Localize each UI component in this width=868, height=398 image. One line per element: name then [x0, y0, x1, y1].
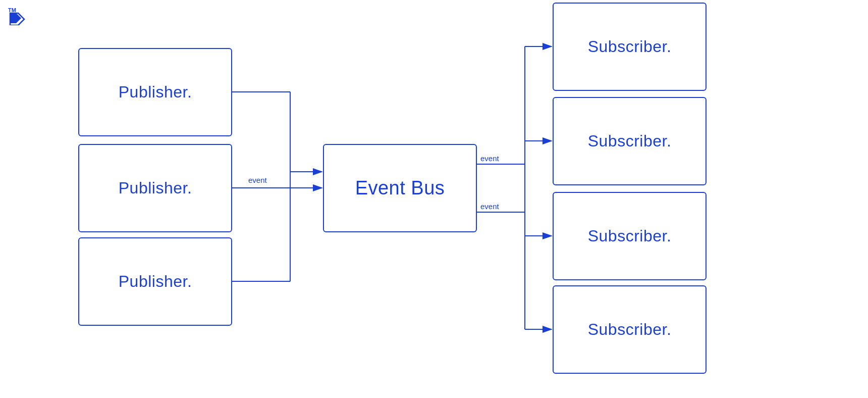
publisher-1-box: Publisher.	[78, 48, 232, 136]
publisher-2-label: Publisher.	[119, 179, 192, 197]
publisher-3-box: Publisher.	[78, 237, 232, 326]
subscriber-2-box: Subscriber.	[553, 97, 707, 185]
event-label-output-top: event	[480, 154, 499, 163]
event-label-publishers: event	[248, 176, 267, 184]
subscriber-1-box: Subscriber.	[553, 3, 707, 91]
event-bus-box: Event Bus	[323, 144, 477, 232]
event-bus-label: Event Bus	[355, 177, 445, 199]
publisher-3-label: Publisher.	[119, 272, 192, 291]
publisher-2-box: Publisher.	[78, 144, 232, 232]
subscriber-1-label: Subscriber.	[588, 37, 672, 56]
publisher-1-label: Publisher.	[119, 83, 192, 102]
svg-text:TM: TM	[8, 7, 16, 13]
event-label-output-bottom: event	[480, 202, 499, 211]
subscriber-3-box: Subscriber.	[553, 192, 707, 280]
subscriber-2-label: Subscriber.	[588, 132, 672, 151]
brand-logo: TM	[7, 5, 27, 25]
subscriber-3-label: Subscriber.	[588, 227, 672, 245]
subscriber-4-label: Subscriber.	[588, 320, 672, 339]
subscriber-4-box: Subscriber.	[553, 285, 707, 374]
